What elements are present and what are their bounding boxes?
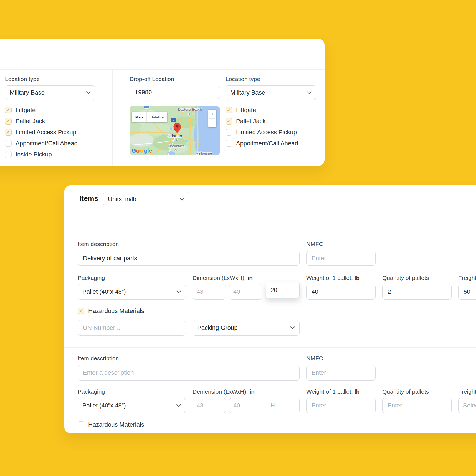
item1-nmfc-input[interactable] (306, 251, 376, 266)
orlando-label: Orlando (167, 133, 182, 138)
interstate-4-shield-icon: 4 (171, 118, 176, 122)
card-header-divider (0, 69, 325, 70)
item1-length-input[interactable] (193, 284, 226, 300)
units-value: in/lb (125, 196, 136, 203)
google-logo: Google (131, 147, 152, 154)
zoom-out-button[interactable]: − (208, 119, 216, 128)
zoom-in-button[interactable]: + (208, 110, 216, 118)
packing-group-value: Packing Group (197, 324, 238, 331)
dropoff-location-type-value: Military Base (230, 89, 265, 96)
item1-height-input[interactable] (266, 282, 300, 298)
appointment-label: Appoitment/Call Ahead (16, 140, 78, 147)
pickup-location-type-select[interactable]: Military Base (5, 85, 95, 100)
packaging-value: Pallet (40”x 48”) (82, 402, 126, 409)
dropoff-location-type-select[interactable]: Military Base (226, 85, 316, 100)
weight-label-text: Weight of 1 pallet, (306, 388, 353, 395)
item2-hazardous-row: Hazardous Materials (78, 421, 144, 428)
item1-quantity-label: Quantity of pallets (382, 275, 429, 281)
items-title: Items (79, 194, 98, 203)
appointment-checkbox[interactable] (226, 140, 232, 147)
hazardous-checkbox[interactable] (78, 421, 84, 428)
satellite-button[interactable]: Satellite (147, 112, 167, 122)
weight-label-text: Weight of 1 pallet, (306, 275, 353, 281)
daytona-marker (188, 113, 190, 115)
google-logo-letter: o (140, 147, 143, 154)
pallet-jack-checkbox[interactable] (226, 118, 232, 125)
map-button[interactable]: Map (132, 112, 146, 122)
item1-quantity-input[interactable] (382, 284, 452, 300)
item1-weight-input[interactable] (306, 284, 376, 300)
item2-quantity-input[interactable] (382, 398, 452, 413)
google-logo-letter: G (131, 147, 136, 154)
item2-nmfc-input[interactable] (306, 365, 376, 381)
item2-dimension-label: Demension (LxWxH), in (193, 388, 255, 395)
pickup-location-type-value: Military Base (10, 89, 45, 96)
svg-text:4: 4 (173, 119, 174, 122)
item1-freight-input[interactable] (458, 284, 476, 300)
item1-un-number-input[interactable] (78, 320, 186, 336)
item1-description-input[interactable] (78, 251, 300, 266)
google-logo-letter: g (144, 147, 147, 154)
item2-width-input[interactable] (229, 398, 262, 413)
kissimmee-label: Kissimmee (168, 144, 185, 148)
checkbox-row-appointment: Appoitment/Call Ahead (5, 140, 78, 147)
item2-packaging-label: Packaging (78, 388, 105, 395)
map-type-control: Map Satellite (132, 112, 167, 122)
limited-access-checkbox[interactable] (226, 129, 232, 136)
chevron-down-icon (180, 198, 184, 201)
limited-access-label: Limited Access Pickup (236, 129, 297, 136)
google-logo-letter: o (136, 147, 140, 154)
item2-packaging-select[interactable]: Pallet (40”x 48”) (78, 398, 186, 413)
item2-description-input[interactable] (78, 365, 300, 381)
weight-unit: lb (355, 275, 360, 281)
checkbox-row-appointment-dropoff: Appoitment/Call Ahead (226, 140, 298, 147)
freight-select-value: Select (463, 402, 476, 409)
pickup-location-type-label: Location type (5, 76, 40, 82)
liftgate-checkbox[interactable] (5, 107, 12, 113)
orlando-marker (176, 139, 178, 141)
item1-width-input[interactable] (229, 284, 262, 300)
route-shield-icon (144, 106, 150, 108)
dropoff-location-input[interactable] (130, 86, 220, 99)
item1-packing-group-select[interactable]: Packing Group (193, 320, 300, 336)
daytona-label: Daytona Beach (178, 108, 202, 112)
limited-access-checkbox[interactable] (5, 129, 12, 136)
pallet-jack-label: Pallet Jack (236, 118, 265, 125)
item2-height-input[interactable] (266, 398, 300, 413)
item2-freight-select[interactable]: Select (458, 398, 476, 413)
checkbox-row-pallet-jack: Pallet Jack (5, 118, 45, 125)
melbourne-label: Melbourne (196, 151, 212, 155)
hazardous-checkbox[interactable] (78, 308, 84, 314)
inside-pickup-checkbox[interactable] (5, 151, 12, 158)
dropoff-location-label: Drop-off Location (130, 76, 174, 82)
item2-length-input[interactable] (193, 398, 226, 413)
dimension-label-text: Dimension (LxWxH), (193, 275, 246, 281)
dropoff-map[interactable]: 4 Daytona Beach Orlando Kissimmee Melbou… (130, 106, 220, 155)
item2-description-label: Item description (78, 355, 119, 362)
google-logo-letter: e (149, 147, 152, 154)
pallet-jack-checkbox[interactable] (5, 118, 12, 125)
item2-weight-label: Weight of 1 pallet, lb (306, 388, 359, 395)
items-header-divider (64, 234, 476, 234)
appointment-checkbox[interactable] (5, 140, 12, 147)
page: { "colors": { "background": "#F8C41E", "… (0, 0, 476, 476)
items-row-divider (64, 347, 476, 348)
chevron-down-icon (176, 404, 181, 407)
item2-freight-label: Freight (458, 388, 476, 395)
units-select[interactable]: Units in/lb (103, 192, 189, 206)
dimension-label-text: Demension (LxWxH), (193, 388, 248, 395)
item1-packaging-select[interactable]: Pallet (40”x 48”) (78, 284, 186, 300)
item1-packaging-label: Packaging (78, 275, 105, 281)
dimension-unit: in (247, 275, 253, 281)
chevron-down-icon (290, 326, 295, 330)
weight-unit: lb (355, 388, 360, 395)
item2-quantity-label: Quantity of pallets (382, 388, 429, 395)
item2-weight-input[interactable] (306, 398, 376, 413)
units-label: Units (108, 196, 122, 203)
checkbox-row-pallet-jack-dropoff: Pallet Jack (226, 118, 265, 125)
map-zoom-control: + − (208, 110, 216, 127)
liftgate-checkbox[interactable] (226, 107, 232, 113)
liftgate-label: Liftgate (236, 107, 256, 114)
item1-weight-label: Weight of 1 pallet, lb (306, 275, 359, 281)
pallet-jack-label: Pallet Jack (16, 118, 45, 125)
